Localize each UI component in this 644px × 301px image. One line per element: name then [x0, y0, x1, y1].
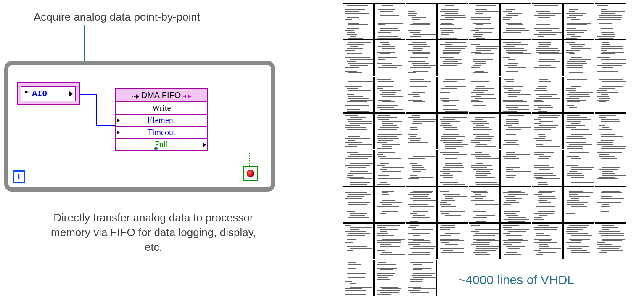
- code-page: [595, 223, 626, 259]
- code-page: [532, 223, 563, 259]
- stop-terminal: [243, 166, 258, 181]
- code-page: [374, 3, 405, 40]
- code-page: [500, 223, 531, 259]
- fifo-header: DMA FIFO: [116, 89, 207, 102]
- wire-ai0-out: [80, 94, 97, 95]
- code-page: [500, 113, 531, 149]
- code-page: [406, 186, 437, 223]
- code-page: [500, 77, 531, 113]
- wire-ai0-to-fifo: [96, 125, 115, 126]
- input-terminal-icon: [117, 118, 120, 123]
- code-page: [374, 150, 405, 186]
- code-page: [500, 3, 531, 40]
- code-page: [532, 3, 563, 40]
- ai0-terminal: ᵐ AI0: [17, 82, 80, 105]
- code-page: [595, 150, 626, 186]
- code-page: [406, 77, 437, 113]
- iteration-label: i: [18, 173, 20, 181]
- code-page: [343, 40, 374, 76]
- code-page: [343, 260, 374, 296]
- code-page: [532, 150, 563, 186]
- code-page: [343, 3, 374, 40]
- fifo-row-full: Full: [116, 139, 207, 150]
- code-page: [406, 260, 437, 296]
- code-page: [437, 223, 468, 259]
- code-page: [532, 186, 563, 223]
- output-terminal-icon: [69, 91, 73, 96]
- ai0-label: AI0: [32, 89, 47, 99]
- code-page: [343, 186, 374, 223]
- code-page: [563, 186, 594, 223]
- code-page: [406, 223, 437, 259]
- code-page: [343, 77, 374, 113]
- code-page: [437, 3, 468, 40]
- code-page: [563, 113, 594, 149]
- code-page: [374, 40, 405, 76]
- code-page: [374, 113, 405, 149]
- input-terminal-icon: [117, 131, 120, 135]
- code-page: [469, 150, 500, 186]
- code-page: [406, 150, 437, 186]
- iteration-terminal: i: [13, 170, 25, 183]
- signal-wave-icon: ᵐ: [24, 88, 29, 99]
- fifo-out-arrow-icon: [183, 94, 191, 99]
- caption-acquire: Acquire analog data point-by-point: [34, 11, 200, 24]
- code-page: [500, 150, 531, 186]
- code-page: [343, 113, 374, 149]
- fifo-in-arrow-icon: [132, 94, 139, 99]
- code-page: [437, 113, 468, 149]
- code-page: [437, 150, 468, 186]
- caption-transfer: Directly transfer analog data to process…: [42, 210, 265, 255]
- code-page: [532, 40, 563, 76]
- code-page: [469, 223, 500, 259]
- code-page: [406, 113, 437, 149]
- code-page: [343, 223, 374, 259]
- code-page: [563, 150, 594, 186]
- code-page: [469, 3, 500, 40]
- caption-vhdl-lines: ~4000 lines of VHDL: [458, 273, 574, 287]
- dma-fifo-node: DMA FIFO WriteElementTimeoutFull: [115, 88, 208, 151]
- code-page: [595, 40, 626, 76]
- fifo-row-write: Write: [116, 102, 207, 115]
- fifo-title: DMA FIFO: [141, 91, 181, 100]
- code-page: [406, 40, 437, 76]
- code-page: [563, 223, 594, 259]
- fifo-row-element: Element: [116, 115, 207, 127]
- stop-button-icon: [247, 170, 254, 177]
- code-page: [374, 260, 405, 296]
- code-page: [595, 3, 626, 40]
- output-terminal-icon: [203, 143, 206, 147]
- code-page: [532, 113, 563, 149]
- code-page: [469, 77, 500, 113]
- leader-line-bottom: [156, 149, 156, 208]
- wire-ai0-down: [96, 94, 97, 126]
- fifo-row-timeout: Timeout: [116, 127, 207, 139]
- code-page: [437, 186, 468, 223]
- code-page: [374, 186, 405, 223]
- code-page: [374, 77, 405, 113]
- code-page: [437, 77, 468, 113]
- code-page: [563, 40, 594, 76]
- code-page: [437, 40, 468, 76]
- code-page: [500, 186, 531, 223]
- code-page: [406, 3, 437, 40]
- code-page: [374, 223, 405, 259]
- code-page: [343, 150, 374, 186]
- code-page: [469, 186, 500, 223]
- code-page: [563, 77, 594, 113]
- code-page: [595, 186, 626, 223]
- code-page: [595, 113, 626, 149]
- code-page: [469, 113, 500, 149]
- code-page: [500, 40, 531, 76]
- ai0-inner: ᵐ AI0: [21, 86, 76, 101]
- code-page: [469, 40, 500, 76]
- vhdl-page-grid: [343, 3, 637, 296]
- code-page: [532, 77, 563, 113]
- code-page: [563, 3, 594, 40]
- code-page: [595, 77, 626, 113]
